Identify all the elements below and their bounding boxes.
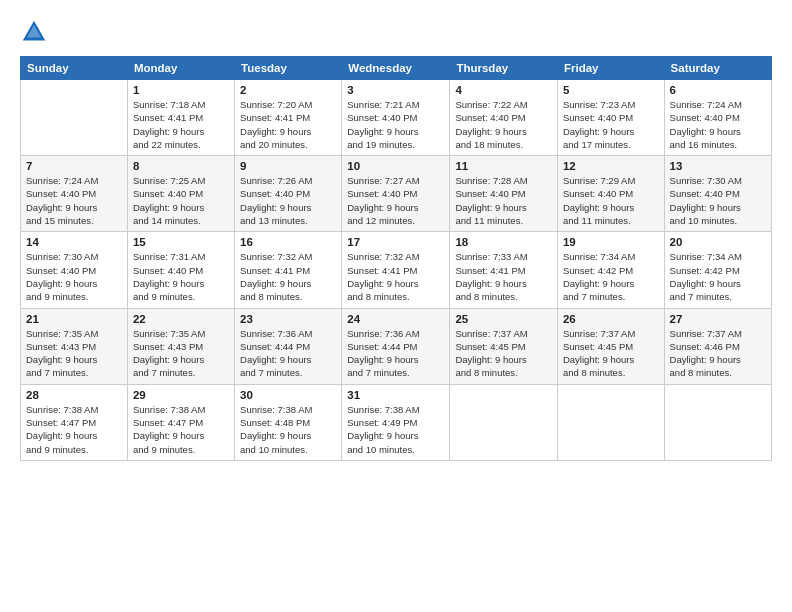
day-info: Sunrise: 7:29 AM Sunset: 4:40 PM Dayligh… [563,174,659,227]
day-cell: 11Sunrise: 7:28 AM Sunset: 4:40 PM Dayli… [450,156,558,232]
day-number: 17 [347,236,444,248]
day-info: Sunrise: 7:38 AM Sunset: 4:47 PM Dayligh… [133,403,229,456]
day-number: 19 [563,236,659,248]
day-cell: 19Sunrise: 7:34 AM Sunset: 4:42 PM Dayli… [557,232,664,308]
day-info: Sunrise: 7:18 AM Sunset: 4:41 PM Dayligh… [133,98,229,151]
day-cell: 10Sunrise: 7:27 AM Sunset: 4:40 PM Dayli… [342,156,450,232]
day-info: Sunrise: 7:24 AM Sunset: 4:40 PM Dayligh… [670,98,766,151]
day-cell: 18Sunrise: 7:33 AM Sunset: 4:41 PM Dayli… [450,232,558,308]
day-cell: 2Sunrise: 7:20 AM Sunset: 4:41 PM Daylig… [235,80,342,156]
day-cell: 13Sunrise: 7:30 AM Sunset: 4:40 PM Dayli… [664,156,771,232]
day-info: Sunrise: 7:22 AM Sunset: 4:40 PM Dayligh… [455,98,552,151]
day-number: 20 [670,236,766,248]
day-info: Sunrise: 7:37 AM Sunset: 4:45 PM Dayligh… [563,327,659,380]
day-number: 13 [670,160,766,172]
day-cell: 17Sunrise: 7:32 AM Sunset: 4:41 PM Dayli… [342,232,450,308]
day-number: 25 [455,313,552,325]
day-cell: 15Sunrise: 7:31 AM Sunset: 4:40 PM Dayli… [127,232,234,308]
day-info: Sunrise: 7:21 AM Sunset: 4:40 PM Dayligh… [347,98,444,151]
day-info: Sunrise: 7:30 AM Sunset: 4:40 PM Dayligh… [26,250,122,303]
page: SundayMondayTuesdayWednesdayThursdayFrid… [0,0,792,612]
day-cell: 22Sunrise: 7:35 AM Sunset: 4:43 PM Dayli… [127,308,234,384]
day-number: 11 [455,160,552,172]
day-cell [21,80,128,156]
col-header-thursday: Thursday [450,57,558,80]
day-number: 14 [26,236,122,248]
day-cell: 8Sunrise: 7:25 AM Sunset: 4:40 PM Daylig… [127,156,234,232]
day-cell: 6Sunrise: 7:24 AM Sunset: 4:40 PM Daylig… [664,80,771,156]
day-number: 30 [240,389,336,401]
day-info: Sunrise: 7:27 AM Sunset: 4:40 PM Dayligh… [347,174,444,227]
day-number: 16 [240,236,336,248]
logo-icon [20,18,48,46]
day-info: Sunrise: 7:38 AM Sunset: 4:47 PM Dayligh… [26,403,122,456]
col-header-monday: Monday [127,57,234,80]
logo [20,18,52,46]
day-cell: 5Sunrise: 7:23 AM Sunset: 4:40 PM Daylig… [557,80,664,156]
day-cell: 7Sunrise: 7:24 AM Sunset: 4:40 PM Daylig… [21,156,128,232]
day-cell [664,384,771,460]
day-info: Sunrise: 7:24 AM Sunset: 4:40 PM Dayligh… [26,174,122,227]
day-info: Sunrise: 7:26 AM Sunset: 4:40 PM Dayligh… [240,174,336,227]
day-cell: 25Sunrise: 7:37 AM Sunset: 4:45 PM Dayli… [450,308,558,384]
day-info: Sunrise: 7:37 AM Sunset: 4:46 PM Dayligh… [670,327,766,380]
col-header-saturday: Saturday [664,57,771,80]
day-number: 9 [240,160,336,172]
day-number: 27 [670,313,766,325]
week-row-2: 7Sunrise: 7:24 AM Sunset: 4:40 PM Daylig… [21,156,772,232]
day-info: Sunrise: 7:33 AM Sunset: 4:41 PM Dayligh… [455,250,552,303]
day-number: 24 [347,313,444,325]
day-cell: 23Sunrise: 7:36 AM Sunset: 4:44 PM Dayli… [235,308,342,384]
day-cell: 3Sunrise: 7:21 AM Sunset: 4:40 PM Daylig… [342,80,450,156]
day-info: Sunrise: 7:38 AM Sunset: 4:48 PM Dayligh… [240,403,336,456]
day-info: Sunrise: 7:32 AM Sunset: 4:41 PM Dayligh… [347,250,444,303]
day-cell: 14Sunrise: 7:30 AM Sunset: 4:40 PM Dayli… [21,232,128,308]
day-number: 18 [455,236,552,248]
day-info: Sunrise: 7:34 AM Sunset: 4:42 PM Dayligh… [563,250,659,303]
day-cell: 20Sunrise: 7:34 AM Sunset: 4:42 PM Dayli… [664,232,771,308]
day-info: Sunrise: 7:31 AM Sunset: 4:40 PM Dayligh… [133,250,229,303]
day-cell: 30Sunrise: 7:38 AM Sunset: 4:48 PM Dayli… [235,384,342,460]
day-number: 31 [347,389,444,401]
day-info: Sunrise: 7:36 AM Sunset: 4:44 PM Dayligh… [240,327,336,380]
day-number: 21 [26,313,122,325]
day-info: Sunrise: 7:28 AM Sunset: 4:40 PM Dayligh… [455,174,552,227]
day-cell: 12Sunrise: 7:29 AM Sunset: 4:40 PM Dayli… [557,156,664,232]
calendar: SundayMondayTuesdayWednesdayThursdayFrid… [20,56,772,461]
day-info: Sunrise: 7:35 AM Sunset: 4:43 PM Dayligh… [133,327,229,380]
day-number: 7 [26,160,122,172]
day-number: 29 [133,389,229,401]
day-info: Sunrise: 7:20 AM Sunset: 4:41 PM Dayligh… [240,98,336,151]
week-row-5: 28Sunrise: 7:38 AM Sunset: 4:47 PM Dayli… [21,384,772,460]
day-number: 4 [455,84,552,96]
day-cell: 28Sunrise: 7:38 AM Sunset: 4:47 PM Dayli… [21,384,128,460]
day-number: 6 [670,84,766,96]
header-row: SundayMondayTuesdayWednesdayThursdayFrid… [21,57,772,80]
day-number: 8 [133,160,229,172]
col-header-wednesday: Wednesday [342,57,450,80]
day-info: Sunrise: 7:23 AM Sunset: 4:40 PM Dayligh… [563,98,659,151]
header [20,18,772,46]
day-number: 1 [133,84,229,96]
day-info: Sunrise: 7:25 AM Sunset: 4:40 PM Dayligh… [133,174,229,227]
day-info: Sunrise: 7:30 AM Sunset: 4:40 PM Dayligh… [670,174,766,227]
day-number: 2 [240,84,336,96]
day-number: 10 [347,160,444,172]
day-cell [557,384,664,460]
week-row-3: 14Sunrise: 7:30 AM Sunset: 4:40 PM Dayli… [21,232,772,308]
week-row-4: 21Sunrise: 7:35 AM Sunset: 4:43 PM Dayli… [21,308,772,384]
day-cell: 27Sunrise: 7:37 AM Sunset: 4:46 PM Dayli… [664,308,771,384]
day-info: Sunrise: 7:35 AM Sunset: 4:43 PM Dayligh… [26,327,122,380]
day-info: Sunrise: 7:36 AM Sunset: 4:44 PM Dayligh… [347,327,444,380]
day-info: Sunrise: 7:38 AM Sunset: 4:49 PM Dayligh… [347,403,444,456]
day-info: Sunrise: 7:37 AM Sunset: 4:45 PM Dayligh… [455,327,552,380]
day-number: 3 [347,84,444,96]
col-header-sunday: Sunday [21,57,128,80]
day-cell: 24Sunrise: 7:36 AM Sunset: 4:44 PM Dayli… [342,308,450,384]
day-cell [450,384,558,460]
day-number: 5 [563,84,659,96]
day-cell: 29Sunrise: 7:38 AM Sunset: 4:47 PM Dayli… [127,384,234,460]
col-header-tuesday: Tuesday [235,57,342,80]
col-header-friday: Friday [557,57,664,80]
day-info: Sunrise: 7:34 AM Sunset: 4:42 PM Dayligh… [670,250,766,303]
